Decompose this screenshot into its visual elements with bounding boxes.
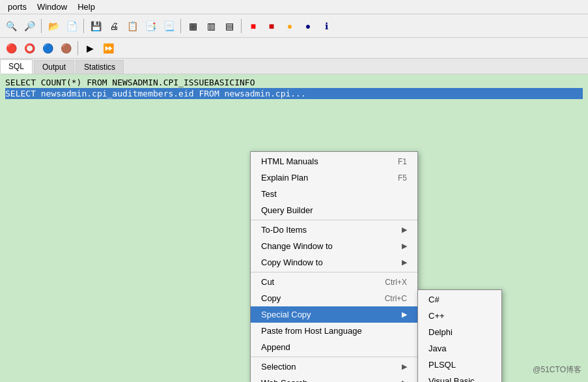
tb-doc[interactable]: 📃: [160, 18, 177, 35]
tab-output[interactable]: Output: [34, 60, 74, 74]
tb-grid1[interactable]: ▦: [184, 18, 201, 35]
sub-cpp[interactable]: C++: [418, 308, 501, 324]
tb-pdf[interactable]: 📋: [124, 18, 141, 35]
ctx-sep2: [251, 272, 417, 272]
ctx-cut[interactable]: Cut Ctrl+X: [251, 274, 417, 290]
ctx-query-builder[interactable]: Query Builder: [251, 202, 417, 218]
toolbar1: 🔍 🔎 📂 📄 💾 🖨 📋 📑 📃 ▦ ▥ ▤ ■ ■ ● ● ℹ: [0, 14, 588, 38]
tab-statistics[interactable]: Statistics: [76, 60, 124, 74]
tb2-sep1: [77, 41, 78, 55]
ctx-append[interactable]: Append: [251, 339, 417, 355]
tb2-circle2[interactable]: 🔵: [39, 40, 56, 57]
ctx-todo-items[interactable]: To-Do Items ▶: [251, 222, 417, 238]
ctx-change-window[interactable]: Change Window to ▶: [251, 238, 417, 254]
menu-bar: ports Window Help: [0, 0, 588, 14]
editor-area[interactable]: SELECT COUNT(*) FROM NEWSADMIN.CPI_ISSUE…: [0, 74, 588, 382]
ctx-test[interactable]: Test: [251, 186, 417, 202]
context-menu: HTML Manuals F1 Explain Plan F5 Test Que…: [250, 151, 418, 382]
tb-info[interactable]: ℹ: [318, 18, 335, 35]
menu-help[interactable]: Help: [72, 1, 100, 13]
ctx-paste-host[interactable]: Paste from Host Language: [251, 323, 417, 339]
editor-line-2: SELECT newsadmin.cpi_auditmembers.eid FR…: [5, 88, 583, 99]
tb-sep2: [83, 19, 84, 33]
tb-red1[interactable]: ■: [245, 18, 262, 35]
ctx-copy-window[interactable]: Copy Window to ▶: [251, 254, 417, 271]
tb-save[interactable]: 💾: [87, 18, 104, 35]
sub-java[interactable]: Java: [418, 340, 501, 357]
tb-sep1: [41, 19, 42, 33]
ctx-copy[interactable]: Copy Ctrl+C: [251, 290, 417, 306]
tb2-circle3[interactable]: 🟤: [57, 40, 74, 57]
tb-sep4: [241, 19, 242, 33]
ctx-web-search[interactable]: Web Search ▶: [251, 375, 417, 382]
sub-vbasic[interactable]: Visual Basic: [418, 373, 501, 382]
tb2-arrow2[interactable]: ⏩: [100, 40, 117, 57]
ctx-special-copy[interactable]: Special Copy ▶: [251, 306, 417, 323]
menu-window[interactable]: Window: [32, 1, 72, 13]
tb-find2[interactable]: 🔎: [21, 18, 38, 35]
tb-binoculars[interactable]: 🔍: [3, 18, 20, 35]
tb-blue[interactable]: ●: [300, 18, 316, 35]
menu-ports[interactable]: ports: [3, 1, 32, 13]
tb-open[interactable]: 📂: [45, 18, 62, 35]
tb-print[interactable]: 🖨: [105, 18, 122, 35]
watermark: @51CTO博客: [533, 364, 581, 375]
sub-csharp[interactable]: C#: [418, 291, 501, 308]
tb2-stop[interactable]: 🔴: [3, 40, 20, 57]
tab-sql[interactable]: SQL: [0, 59, 33, 74]
ctx-html-manuals[interactable]: HTML Manuals F1: [251, 153, 417, 169]
submenu-special-copy: C# C++ Delphi Java PLSQL Visual Basic: [417, 289, 502, 382]
tb-grid3[interactable]: ▤: [221, 18, 238, 35]
ctx-selection[interactable]: Selection ▶: [251, 359, 417, 375]
tb-list[interactable]: 📑: [142, 18, 159, 35]
tb2-circle[interactable]: ⭕: [21, 40, 38, 57]
tab-bar: SQL Output Statistics: [0, 59, 588, 74]
ctx-sep1: [251, 220, 417, 220]
sub-delphi[interactable]: Delphi: [418, 324, 501, 340]
sub-plsql[interactable]: PLSQL: [418, 357, 501, 373]
editor-line-1: SELECT COUNT(*) FROM NEWSADMIN.CPI_ISSUE…: [5, 77, 583, 88]
tb-open2[interactable]: 📄: [63, 18, 80, 35]
tb-sep3: [180, 19, 181, 33]
tb-orange[interactable]: ●: [281, 18, 298, 35]
ctx-explain-plan[interactable]: Explain Plan F5: [251, 169, 417, 186]
toolbar2: 🔴 ⭕ 🔵 🟤 ▶ ⏩: [0, 38, 588, 59]
ctx-sep3: [251, 357, 417, 357]
tb2-arrow1[interactable]: ▶: [81, 40, 98, 57]
tb-grid2[interactable]: ▥: [203, 18, 219, 35]
tb-red2[interactable]: ■: [263, 18, 280, 35]
